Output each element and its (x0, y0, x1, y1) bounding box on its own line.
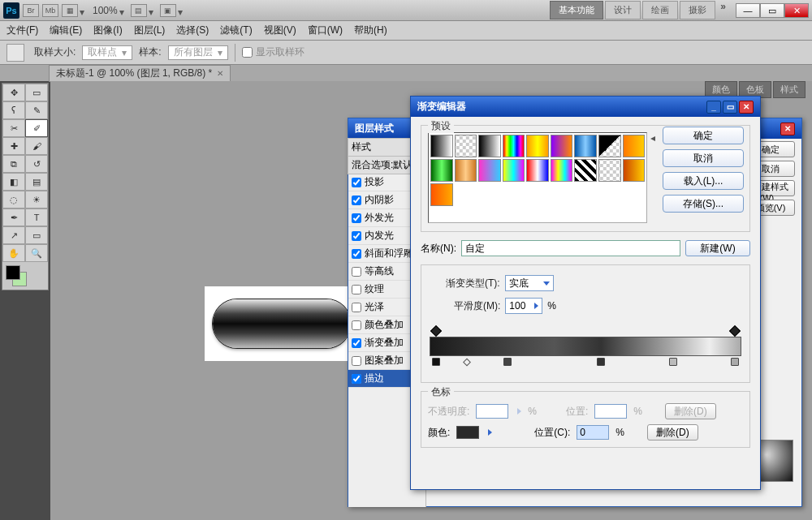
menu-edit[interactable]: 编辑(E) (50, 24, 82, 37)
preset-swatch[interactable] (478, 135, 501, 157)
menu-window[interactable]: 窗口(W) (308, 24, 343, 37)
menu-layer[interactable]: 图层(L) (134, 24, 166, 37)
close-button[interactable]: ✕ (784, 3, 809, 18)
sample-select[interactable]: 所有图层▾ (168, 45, 228, 60)
tool-blur[interactable]: ◌ (2, 191, 25, 208)
preset-swatch[interactable] (574, 135, 597, 157)
minimize-button[interactable]: ― (736, 3, 760, 18)
document-tab[interactable]: 未标题-1 @ 100% (图层 1, RGB/8) * ✕ (49, 65, 231, 82)
workspace-more[interactable]: » (720, 1, 726, 19)
menu-filter[interactable]: 滤镜(T) (220, 24, 252, 37)
preset-swatch[interactable] (455, 159, 477, 182)
preset-swatch[interactable] (623, 135, 646, 157)
tool-lasso[interactable]: ʕ (2, 101, 25, 119)
tool-path[interactable]: ↗ (2, 226, 25, 244)
opacity-stop[interactable] (729, 325, 741, 337)
tool-move[interactable]: ✥ (2, 84, 25, 101)
tool-preset-icon[interactable] (6, 44, 24, 62)
tool-heal[interactable]: ✚ (2, 137, 25, 155)
gradient-name-input[interactable] (461, 240, 680, 256)
grad-ok-button[interactable]: 确定 (663, 127, 744, 144)
tool-hand[interactable]: ✋ (2, 244, 25, 262)
extras-icon[interactable]: ▣ (160, 4, 176, 17)
screen-mode-drop[interactable]: ▾ (80, 6, 88, 15)
style-item-check[interactable] (352, 196, 361, 205)
color-stop[interactable] (432, 358, 440, 366)
arrange-icon[interactable]: ▤ (131, 4, 147, 17)
menu-select[interactable]: 选择(S) (176, 24, 209, 37)
tool-eraser[interactable]: ◧ (2, 173, 25, 191)
style-item-check[interactable] (352, 374, 361, 384)
menu-view[interactable]: 视图(V) (264, 24, 296, 37)
zoom-drop[interactable]: ▾ (119, 6, 127, 15)
minibridge-icon[interactable]: Mb (42, 4, 58, 17)
grad-load-button[interactable]: 载入(L)... (663, 172, 744, 190)
gradient-titlebar[interactable]: 渐变编辑器 _ ▭ ✕ (411, 97, 760, 117)
preset-swatch[interactable] (574, 159, 597, 182)
tool-gradient[interactable]: ▤ (25, 173, 48, 191)
color-stop[interactable] (597, 358, 605, 366)
workspace-tab-photography[interactable]: 摄影 (680, 1, 715, 19)
presets-menu-icon[interactable]: ◂ (650, 132, 655, 144)
smoothness-input[interactable]: 100 (505, 298, 542, 314)
gradient-type-select[interactable]: 实底 (505, 275, 554, 291)
tool-zoom[interactable]: 🔍 (25, 244, 48, 262)
style-item-check[interactable] (352, 213, 361, 223)
zoom-level[interactable]: 100% (93, 5, 118, 16)
tool-history[interactable]: ↺ (25, 155, 48, 173)
style-item-check[interactable] (352, 338, 361, 348)
grad-close-icon[interactable]: ✕ (739, 101, 754, 114)
style-item-check[interactable] (352, 178, 361, 187)
preset-swatch[interactable] (478, 159, 501, 182)
color-stops-track[interactable] (430, 356, 741, 366)
color-delete-button[interactable]: 删除(D) (647, 424, 698, 440)
extras-drop[interactable]: ▾ (178, 6, 186, 15)
preset-swatch[interactable] (503, 159, 525, 182)
preset-swatch[interactable] (526, 135, 549, 157)
menu-help[interactable]: 帮助(H) (354, 24, 387, 37)
style-item-check[interactable] (352, 356, 361, 366)
style-item-check[interactable] (352, 285, 361, 294)
workspace-tab-design[interactable]: 设计 (605, 1, 641, 19)
preset-swatch[interactable] (598, 135, 621, 157)
color-loc-input[interactable] (577, 425, 609, 440)
midpoint-handle[interactable] (463, 359, 471, 367)
preset-swatch[interactable] (430, 159, 453, 182)
tool-type[interactable]: T (25, 208, 48, 226)
grad-new-button[interactable]: 新建(W) (685, 240, 750, 256)
foreground-swatch[interactable] (6, 265, 20, 280)
gradient-presets[interactable] (428, 132, 647, 223)
doc-close-icon[interactable]: ✕ (217, 69, 223, 78)
gradient-bar[interactable] (430, 337, 741, 356)
style-item-check[interactable] (352, 320, 361, 330)
tool-marquee[interactable]: ▭ (25, 84, 48, 101)
tool-quickselect[interactable]: ✎ (25, 101, 48, 119)
tool-stamp[interactable]: ⧉ (2, 155, 25, 173)
bridge-icon[interactable]: Br (23, 4, 39, 17)
opacity-stops-track[interactable] (430, 327, 741, 337)
workspace-tab-painting[interactable]: 绘画 (642, 1, 678, 19)
menu-file[interactable]: 文件(F) (6, 24, 38, 37)
tool-brush[interactable]: 🖌 (25, 137, 48, 155)
tool-pen[interactable]: ✒ (2, 208, 25, 226)
preset-swatch[interactable] (526, 159, 549, 182)
tab-styles[interactable]: 样式 (773, 81, 806, 98)
menu-image[interactable]: 图像(I) (93, 24, 122, 37)
style-item-check[interactable] (352, 249, 361, 259)
grad-save-button[interactable]: 存储(S)... (663, 195, 744, 213)
show-ring-checkbox[interactable]: 显示取样环 (242, 45, 304, 59)
screen-mode-icon[interactable]: ▦ (62, 4, 78, 17)
maximize-button[interactable]: ▭ (760, 3, 784, 18)
preset-swatch[interactable] (455, 135, 477, 157)
layer-style-close-icon[interactable]: ✕ (780, 122, 795, 135)
tool-shape[interactable]: ▭ (25, 226, 48, 244)
preset-swatch[interactable] (430, 135, 453, 157)
sample-size-select[interactable]: 取样点▾ (82, 45, 132, 60)
style-item-check[interactable] (352, 231, 361, 241)
preset-swatch[interactable] (598, 159, 621, 182)
tool-eyedropper[interactable]: ✐ (25, 119, 48, 137)
arrange-drop[interactable]: ▾ (149, 6, 157, 15)
style-item-check[interactable] (352, 267, 361, 277)
tool-crop[interactable]: ✂ (2, 119, 25, 137)
preset-swatch[interactable] (551, 159, 573, 182)
